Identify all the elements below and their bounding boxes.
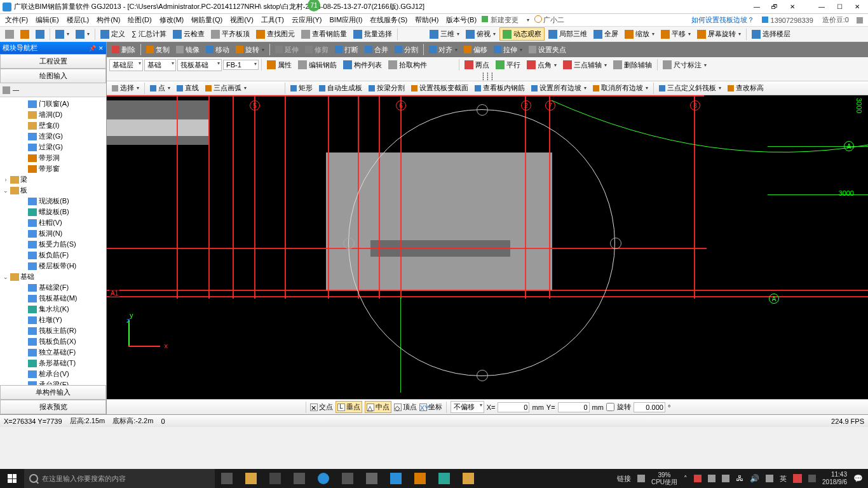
menu-edit[interactable]: 编辑(E) xyxy=(33,14,62,26)
taskbar-app-2[interactable] xyxy=(263,469,287,488)
tree-item-slab-neg[interactable]: 板负筋(F) xyxy=(9,250,105,261)
bell-icon[interactable] xyxy=(857,17,863,24)
redo-button[interactable]: ▾ xyxy=(73,29,92,40)
fullscreen-button[interactable]: 全屏 xyxy=(591,28,621,40)
action-center-icon[interactable]: 💬 xyxy=(853,474,863,483)
assistant-button[interactable]: 广小二 xyxy=(534,14,567,26)
tree-node-foundation[interactable]: ⌄基础 xyxy=(1,271,105,282)
flat-roof-button[interactable]: 平齐板顶 xyxy=(208,28,252,40)
menu-member[interactable]: 构件(N) xyxy=(94,14,123,26)
point-button[interactable]: 点▾ xyxy=(147,82,173,94)
local-3d-button[interactable]: 局部三维 xyxy=(546,28,590,40)
component-combo[interactable]: 筏板基础 xyxy=(177,59,222,71)
dynamic-view-button[interactable]: 动态观察 xyxy=(499,27,545,41)
taskbar-search[interactable]: 在这里输入你要搜索的内容 xyxy=(24,469,215,488)
new-change-button[interactable]: 新建变更 xyxy=(482,14,521,26)
close-button[interactable]: ✕ xyxy=(849,1,865,13)
cancel-edges-button[interactable]: 取消所有边坡▾ xyxy=(590,82,651,94)
tree-item-niche[interactable]: 壁龛(I) xyxy=(9,120,105,131)
section-project-settings[interactable]: 工程设置 xyxy=(0,54,106,69)
taskbar-app-4[interactable] xyxy=(336,469,360,488)
outer-maximize-button[interactable]: ☐ xyxy=(831,1,848,13)
cloud-check-button[interactable]: 云检查 xyxy=(170,28,207,40)
edit-steel-button[interactable]: 编辑钢筋 xyxy=(295,59,339,71)
tray-icon-4[interactable] xyxy=(766,475,773,482)
member-list-button[interactable]: 构件列表 xyxy=(341,59,384,71)
top-view-button[interactable]: 俯视▾ xyxy=(463,28,498,40)
snap-vertex-checkbox[interactable]: ◇顶点 xyxy=(394,402,417,412)
taskbar-app-7[interactable] xyxy=(408,469,432,488)
rect-button[interactable]: 矩形 xyxy=(288,82,315,94)
tray-network-icon[interactable]: 🖧 xyxy=(736,474,743,483)
link-label[interactable]: 链接 xyxy=(617,474,631,484)
line-button[interactable]: 直线 xyxy=(174,82,201,94)
x-input[interactable] xyxy=(498,402,529,412)
menu-draw[interactable]: 绘图(D) xyxy=(125,14,154,26)
zoom-button[interactable]: 缩放▾ xyxy=(622,28,657,40)
tree-item-floor-strip[interactable]: 楼层板带(H) xyxy=(9,261,105,271)
three-d-button[interactable]: 三维▾ xyxy=(427,28,462,40)
snap-perpendicular-checkbox[interactable]: └垂点 xyxy=(336,401,362,413)
tree-item-strip-window[interactable]: 带形窗 xyxy=(9,163,105,174)
tree-item-door-window[interactable]: 门联窗(A) xyxy=(9,98,105,109)
outer-minimize-button[interactable]: — xyxy=(813,1,830,13)
undo-button[interactable]: ▾ xyxy=(53,29,72,40)
tree-item-column-pier[interactable]: 柱墩(Y) xyxy=(9,315,105,325)
dimension-button[interactable]: 尺寸标注▾ xyxy=(660,59,709,71)
taskbar-edge[interactable] xyxy=(311,469,336,488)
snap-coord-checkbox[interactable]: XY坐标 xyxy=(419,402,442,412)
menu-rebar[interactable]: 钢筋量(Q) xyxy=(189,14,225,26)
select-layer-button[interactable]: 选择楼层 xyxy=(749,28,793,40)
tray-sogou-icon[interactable] xyxy=(793,474,802,483)
define-button[interactable]: 定义 xyxy=(98,28,128,40)
rotate-input[interactable] xyxy=(634,402,665,412)
tray-keyboard-icon[interactable] xyxy=(808,475,816,482)
merge-button[interactable]: 合并 xyxy=(362,44,391,56)
tree-item-raft-neg[interactable]: 筏板负筋(X) xyxy=(9,336,105,347)
mirror-button[interactable]: 镜像 xyxy=(173,44,202,56)
tray-up-icon[interactable]: ˄ xyxy=(684,475,688,483)
taskbar-app-8[interactable] xyxy=(432,469,456,488)
viewport[interactable]: 5 6 2 7 8 A A A1 3000 3000 z xyxy=(107,95,868,399)
break-button[interactable]: 打断 xyxy=(332,44,361,56)
menu-file[interactable]: 文件(F) xyxy=(3,14,31,26)
component-tree[interactable]: 门联窗(A) 墙洞(D) 壁龛(I) 连梁(G) 过梁(G) 带形洞 带形窗 ›… xyxy=(0,97,106,385)
tree-item-strip-footing[interactable]: 条形基础(T) xyxy=(9,358,105,369)
orbit-handle-right[interactable] xyxy=(610,238,621,249)
menu-cloud[interactable]: 云应用(Y) xyxy=(289,14,325,26)
section-report-preview[interactable]: 报表预览 xyxy=(0,400,106,414)
tree-item-raft-main[interactable]: 筏板主筋(R) xyxy=(9,325,105,336)
snap-midpoint-checkbox[interactable]: △中点 xyxy=(365,401,391,413)
autoboard-button[interactable]: 自动生成板 xyxy=(316,82,365,94)
floor-combo[interactable]: 基础层 xyxy=(109,59,143,71)
tree-node-beam[interactable]: ›梁 xyxy=(1,174,105,185)
menu-online[interactable]: 在线服务(S) xyxy=(367,14,410,26)
orbit-handle-top[interactable] xyxy=(477,104,488,116)
tree-node-slab[interactable]: ⌄板 xyxy=(1,185,105,196)
offset-mode-combo[interactable]: 不偏移 xyxy=(451,401,484,413)
pin-icon[interactable]: 📌 xyxy=(89,45,96,51)
tree-item-slab-rebar[interactable]: 板受力筋(S) xyxy=(9,239,105,250)
two-point-button[interactable]: 两点 xyxy=(462,59,492,71)
restore-button[interactable]: 🗗 xyxy=(766,1,783,13)
tree-item-cap-beam[interactable]: 承台梁(F) xyxy=(9,379,105,385)
taskbar-app-1[interactable] xyxy=(239,469,263,488)
props-button[interactable]: 属性 xyxy=(264,59,294,71)
menu-tools[interactable]: 工具(T) xyxy=(259,14,287,26)
tree-item-strip-hole[interactable]: 带形洞 xyxy=(9,152,105,163)
stretch-button[interactable]: 拉伸▾ xyxy=(491,44,525,56)
tree-item-cast-slab[interactable]: 现浇板(B) xyxy=(9,196,105,207)
delete-button[interactable]: 删除 xyxy=(109,44,138,56)
tray-icon-2[interactable] xyxy=(708,475,715,482)
section-draw-input[interactable]: 绘图输入 xyxy=(0,69,106,83)
sidebar-close-icon[interactable]: ✕ xyxy=(98,45,104,51)
move-button[interactable]: 移动 xyxy=(203,44,232,56)
tree-item-sump[interactable]: 集水坑(K) xyxy=(9,304,105,315)
tree-item-lintel[interactable]: 连梁(G) xyxy=(9,131,105,142)
tray-icon-3[interactable] xyxy=(722,475,729,482)
y-input[interactable] xyxy=(558,402,590,412)
snap-intersection-checkbox[interactable]: ✕交点 xyxy=(310,402,333,412)
taskbar-app-9[interactable] xyxy=(456,469,480,488)
set-section-button[interactable]: 设置筏板变截面 xyxy=(409,82,471,94)
pick-member-button[interactable]: 拾取构件 xyxy=(386,59,430,71)
